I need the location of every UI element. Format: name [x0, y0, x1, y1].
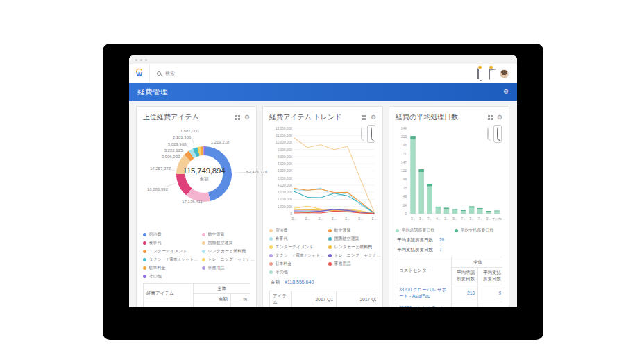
table-row-link[interactable]: 33200 グローバル サポート - Asia/Pac — [396, 284, 452, 302]
cost-center-table: コストセンター全体平均承認所要日数平均支払所要日数33200 グローバル サポー… — [396, 253, 502, 307]
card-actions: ⚙ — [362, 114, 376, 121]
card-header: 経費アイテム トレンド ⚙ — [269, 112, 376, 122]
legend-dot — [143, 233, 146, 236]
table-cell-value[interactable]: 8 — [478, 302, 503, 308]
legend-dot — [143, 266, 146, 270]
window-control-dot[interactable] — [140, 59, 142, 61]
legend-dot — [143, 250, 146, 253]
table-header: アイテム — [270, 291, 292, 308]
legend-label: 国際航空運賃 — [208, 240, 233, 246]
donut-legend: 宿泊費食事代エンターテイメントタクシー / 電車 / シャトル..駐車料金その他… — [143, 232, 250, 279]
user-avatar[interactable] — [500, 69, 509, 78]
related-charts-icon[interactable] — [235, 115, 237, 117]
app-toolbar: W 検索 — [129, 64, 517, 83]
legend-item: タクシー / 電車 / シャトル.. — [269, 252, 325, 259]
bar-chart[interactable]: 0244973981221471711962202443...3...7...4… — [396, 124, 502, 225]
svg-text:6,000,000: 6,000,000 — [278, 169, 293, 173]
page-settings-gear-icon[interactable]: ⚙ — [503, 89, 509, 95]
inbox-button[interactable] — [489, 67, 490, 80]
svg-text:3...: 3... — [411, 217, 415, 221]
table-header: 経費アイテム — [144, 284, 194, 304]
zoom-in-icon[interactable] — [493, 125, 502, 143]
svg-text:171: 171 — [401, 153, 407, 156]
logo-letter: W — [135, 71, 144, 78]
legend-label: 事務用品 — [208, 265, 225, 271]
legend-dot — [328, 229, 332, 232]
table-row-link[interactable]: 36200 コンサルティング サービス - Asia/Pac — [396, 302, 452, 308]
notifications-button[interactable] — [477, 67, 479, 80]
related-charts-icon[interactable] — [362, 115, 364, 117]
legend-label: 航空運賃 — [208, 232, 225, 238]
table-row-link[interactable]: 宿泊費 — [144, 304, 194, 308]
legend-label: 平均承認所要日数 — [402, 227, 435, 234]
trend-legend: 宿泊費食事代エンターテイメントタクシー / 電車 / シャトル..駐車料金その他… — [269, 227, 376, 275]
avg-payment-value[interactable]: 7 — [439, 247, 442, 252]
svg-text:147: 147 — [401, 161, 407, 164]
donut-callout-label: 1,687,000 — [180, 129, 199, 133]
bar-legend: 平均承認所要日数平均支払所要日数 — [396, 227, 502, 234]
svg-text:12,000,000: 12,000,000 — [276, 127, 292, 130]
legend-item: 駐車料金 — [143, 265, 199, 271]
table-header: 2017-Q2 — [337, 291, 377, 308]
table-cell-value[interactable]: 9 — [478, 284, 503, 302]
svg-text:0: 0 — [405, 212, 407, 216]
legend-label: 航空運賃 — [334, 227, 351, 234]
legend-dot — [269, 245, 273, 249]
svg-text:3...: 3... — [444, 217, 448, 221]
table-cell-value[interactable]: 52,421,778 — [194, 304, 231, 308]
card-settings-gear-icon[interactable]: ⚙ — [371, 114, 376, 121]
data-table: 経費アイテム全体金額%宿泊費52,421,77845.3%航空運賃17,136,… — [143, 283, 250, 307]
line-chart[interactable]: 01,000,0002,000,0003,000,0004,000,0005,0… — [269, 124, 376, 225]
legend-item: 平均支払所要日数 — [455, 227, 511, 234]
trend-table: アイテム2017-Q12017-Q22017-Q3宿泊費¥10,638,702¥… — [269, 287, 376, 307]
card-settings-gear-icon[interactable]: ⚙ — [497, 114, 502, 121]
svg-text:2...: 2... — [319, 216, 323, 221]
window-control-dot[interactable] — [145, 59, 147, 61]
page-canvas: W 検索 — [0, 0, 644, 362]
zoom-out-icon[interactable] — [485, 126, 491, 142]
workday-logo-button[interactable]: W — [129, 64, 150, 83]
zoom-in-icon[interactable] — [367, 125, 375, 143]
legend-label: 宿泊費 — [149, 232, 162, 238]
page-title: 経費管理 — [137, 87, 168, 97]
legend-item: レンタカーと燃料費 — [202, 248, 258, 255]
donut-chart[interactable]: 115,749,894 金額 1,219,21852,421,77817,136… — [143, 124, 250, 230]
card-settings-gear-icon[interactable]: ⚙ — [244, 114, 250, 121]
legend-dot — [269, 229, 273, 232]
svg-text:2,000,000: 2,000,000 — [278, 198, 293, 201]
window-control-dot[interactable] — [135, 59, 137, 61]
avg-approval-value[interactable]: 20 — [439, 237, 444, 242]
table-cell-value[interactable]: 213 — [452, 284, 478, 302]
legend-item: その他 — [269, 269, 325, 275]
window-titlebar — [129, 55, 517, 64]
donut-callout-label: 1,219,218 — [211, 140, 230, 144]
card-title: 経費アイテム トレンド — [269, 112, 342, 122]
legend-label: 国際航空運賃 — [334, 236, 359, 242]
legend-label: エンターテイメント — [149, 248, 187, 255]
card-top-expense-items: 上位経費アイテム ⚙ 115,749,894 金額 1,219,21852,42… — [136, 106, 257, 307]
svg-text:2...: 2... — [372, 216, 377, 221]
legend-label: トレーニング・セミナー受.. — [208, 257, 259, 263]
svg-text:2...: 2... — [332, 216, 337, 221]
workday-logo-icon: W — [134, 69, 144, 78]
donut-total-value: 115,749,894 — [155, 166, 253, 175]
legend-label: タクシー / 電車 / シャトル.. — [149, 257, 200, 263]
svg-text:2...: 2... — [292, 216, 297, 221]
table-cell-value[interactable]: 45.3% — [231, 304, 251, 308]
legend-item: その他 — [143, 273, 199, 279]
legend-label: タクシー / 電車 / シャトル.. — [276, 252, 326, 259]
svg-text:73: 73 — [403, 187, 407, 190]
legend-item: エンターテイメント — [269, 244, 325, 250]
legend-dot — [328, 254, 332, 257]
card-title: 上位経費アイテム — [143, 112, 199, 122]
legend-item: 国際航空運賃 — [202, 240, 258, 246]
svg-text:9,000,000: 9,000,000 — [278, 148, 293, 152]
related-charts-icon[interactable] — [488, 115, 490, 117]
legend-label: トレーニング・セミナー受.. — [334, 252, 385, 259]
trend-total-value[interactable]: ¥118,555,640 — [285, 279, 314, 284]
zoom-out-icon[interactable] — [359, 126, 364, 142]
legend-label: その他 — [276, 269, 288, 275]
table-cell-value[interactable]: 119 — [452, 302, 478, 308]
global-search[interactable]: 検索 — [150, 70, 477, 77]
legend-label: 事務用品 — [334, 261, 351, 267]
